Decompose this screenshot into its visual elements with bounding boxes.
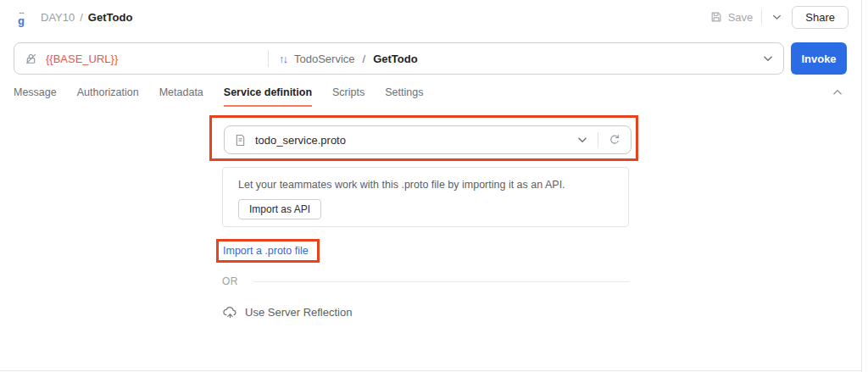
method-chevron-down-icon[interactable]	[763, 55, 773, 62]
save-button[interactable]: Save	[710, 11, 754, 24]
use-server-reflection-label: Use Server Reflection	[245, 306, 352, 319]
grpc-request-icon: ↔ g	[14, 8, 29, 26]
header-divider	[761, 9, 762, 25]
tab-service-definition[interactable]: Service definition	[224, 86, 312, 107]
tab-settings[interactable]: Settings	[385, 86, 423, 107]
method-name: GetTodo	[373, 53, 417, 65]
url-bar-divider	[268, 50, 269, 67]
breadcrumb-collection[interactable]: DAY10	[41, 11, 75, 24]
tab-metadata[interactable]: Metadata	[159, 86, 203, 107]
cloud-arrows-icon	[222, 305, 238, 319]
teammates-hint-text: Let your teammates work with this .proto…	[238, 179, 613, 191]
collapse-pane-chevron-up-icon[interactable]	[832, 89, 843, 96]
floppy-disk-icon	[710, 11, 722, 23]
pane-bottom-border	[0, 370, 862, 371]
or-divider-line	[253, 281, 629, 282]
proto-dropdown-chevron-down-icon[interactable]	[577, 136, 587, 143]
lock-slash-icon	[25, 53, 37, 65]
grpc-g-glyph: g	[18, 15, 25, 26]
method-selector[interactable]: ↑↓ TodoService / GetTodo	[279, 53, 418, 65]
tab-message[interactable]: Message	[14, 86, 57, 107]
url-bar[interactable]: {{BASE_URL}} ↑↓ TodoService / GetTodo	[14, 42, 784, 75]
breadcrumb: DAY10 / GetTodo	[41, 11, 132, 24]
or-label: OR	[222, 275, 238, 287]
tab-scripts[interactable]: Scripts	[332, 86, 364, 107]
pane-right-border	[861, 0, 862, 372]
document-icon	[235, 134, 246, 147]
breadcrumb-request-name[interactable]: GetTodo	[88, 11, 132, 24]
url-input-value[interactable]: {{BASE_URL}}	[46, 53, 118, 65]
method-separator: /	[363, 53, 366, 65]
save-button-label: Save	[728, 11, 754, 24]
or-divider: OR	[222, 275, 629, 287]
request-tabs: Message Authorization Metadata Service d…	[0, 86, 862, 107]
invoke-button[interactable]: Invoke	[791, 42, 847, 75]
method-service-name: TodoService	[294, 53, 355, 65]
share-button[interactable]: Share	[792, 6, 849, 29]
url-section[interactable]: {{BASE_URL}}	[25, 53, 268, 65]
up-down-arrows-icon: ↑↓	[279, 53, 287, 65]
import-as-api-button[interactable]: Import as API	[238, 199, 321, 219]
proto-file-name: todo_service.proto	[255, 134, 346, 147]
proto-dropdown-divider	[598, 132, 598, 147]
request-header: ↔ g DAY10 / GetTodo Save Share	[0, 0, 862, 34]
header-actions: Save Share	[710, 6, 849, 29]
tab-authorization[interactable]: Authorization	[77, 86, 139, 107]
refresh-icon[interactable]	[609, 134, 620, 146]
breadcrumb-separator: /	[80, 11, 83, 24]
use-server-reflection-option[interactable]: Use Server Reflection	[222, 305, 352, 319]
proto-file-dropdown[interactable]: todo_service.proto	[224, 125, 632, 154]
import-as-api-card: Let your teammates work with this .proto…	[222, 167, 629, 227]
save-options-chevron-down-icon[interactable]	[771, 14, 783, 20]
import-proto-file-link[interactable]: Import a .proto file	[223, 245, 309, 257]
